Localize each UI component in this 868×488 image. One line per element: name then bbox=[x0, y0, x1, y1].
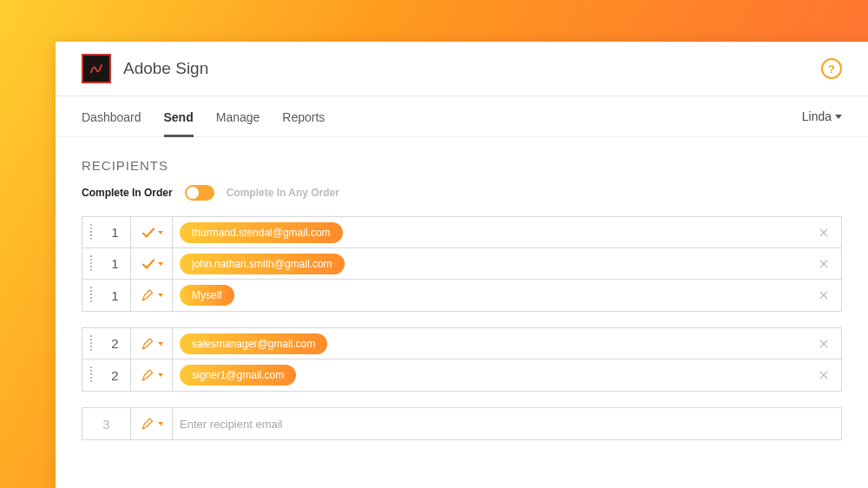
svg-point-21 bbox=[90, 370, 92, 372]
email-chip: signer1@gmail.com bbox=[180, 365, 296, 386]
role-selector[interactable] bbox=[131, 280, 173, 311]
recipient-row-new: 3 bbox=[82, 408, 841, 439]
chevron-down-icon bbox=[158, 293, 163, 297]
drag-handle-icon[interactable] bbox=[82, 248, 100, 279]
email-chip: john.nathan.smith@gmail.com bbox=[180, 254, 345, 274]
recipient-group: 2 salesmanager@gmail.com 2 signer1 bbox=[82, 327, 842, 392]
order-label-off: Complete In Any Order bbox=[227, 187, 339, 199]
chevron-down-icon bbox=[835, 115, 842, 119]
header: Adobe Sign ? bbox=[56, 42, 868, 96]
svg-point-22 bbox=[90, 373, 92, 375]
svg-point-13 bbox=[90, 297, 92, 299]
drag-handle-icon[interactable] bbox=[82, 280, 100, 311]
tab-send[interactable]: Send bbox=[164, 96, 209, 136]
pen-icon bbox=[141, 287, 156, 303]
role-selector[interactable] bbox=[131, 359, 173, 391]
order-row: Complete In Order Complete In Any Order bbox=[82, 185, 842, 201]
row-number: 3 bbox=[82, 408, 131, 439]
drag-handle-icon[interactable] bbox=[82, 217, 100, 247]
recipient-row: 1 john.nathan.smith@gmail.com bbox=[82, 248, 841, 280]
svg-point-0 bbox=[90, 224, 92, 226]
content: RECIPIENTS Complete In Order Complete In… bbox=[56, 137, 868, 440]
remove-button[interactable] bbox=[806, 217, 841, 247]
email-chip: thurmand.stendal@gmail.com bbox=[180, 222, 343, 243]
email-cell[interactable]: john.nathan.smith@gmail.com bbox=[173, 248, 806, 279]
order-toggle[interactable] bbox=[185, 185, 214, 201]
svg-point-11 bbox=[90, 290, 92, 292]
help-icon[interactable]: ? bbox=[821, 58, 842, 79]
recipient-row: 1 Myself bbox=[82, 280, 841, 311]
svg-point-20 bbox=[90, 366, 92, 368]
section-title: RECIPIENTS bbox=[82, 158, 842, 173]
svg-point-24 bbox=[90, 380, 92, 382]
recipient-group: 1 thurmand.stendal@gmail.com 1 joh bbox=[82, 216, 842, 312]
email-chip: salesmanager@gmail.com bbox=[180, 333, 327, 354]
svg-point-2 bbox=[90, 231, 92, 233]
recipient-email-input[interactable] bbox=[180, 408, 841, 439]
tab-reports[interactable]: Reports bbox=[282, 96, 340, 136]
recipient-group-new: 3 bbox=[82, 407, 842, 440]
row-number: 1 bbox=[100, 248, 131, 279]
remove-button[interactable] bbox=[806, 328, 841, 359]
svg-point-3 bbox=[90, 234, 92, 236]
role-selector[interactable] bbox=[131, 408, 173, 439]
recipient-groups: 1 thurmand.stendal@gmail.com 1 joh bbox=[82, 216, 842, 440]
app-card: Adobe Sign ? Dashboard Send Manage Repor… bbox=[56, 42, 868, 488]
svg-point-12 bbox=[90, 293, 92, 295]
chevron-down-icon bbox=[158, 262, 163, 266]
svg-point-15 bbox=[90, 335, 92, 337]
remove-button[interactable] bbox=[806, 359, 841, 391]
user-menu[interactable]: Linda bbox=[802, 109, 842, 123]
svg-point-9 bbox=[90, 269, 92, 271]
user-name: Linda bbox=[802, 109, 832, 123]
svg-point-16 bbox=[90, 339, 92, 340]
role-selector[interactable] bbox=[131, 328, 173, 359]
svg-point-17 bbox=[90, 342, 92, 344]
chevron-down-icon bbox=[158, 373, 163, 377]
row-number: 1 bbox=[100, 280, 131, 311]
order-label-on: Complete In Order bbox=[82, 187, 173, 199]
chevron-down-icon bbox=[158, 342, 163, 346]
svg-point-5 bbox=[90, 255, 92, 257]
check-icon bbox=[141, 256, 156, 272]
email-cell bbox=[173, 408, 841, 439]
tab-manage[interactable]: Manage bbox=[216, 96, 276, 136]
nav-tabs: Dashboard Send Manage Reports Linda bbox=[56, 96, 868, 137]
remove-button[interactable] bbox=[806, 248, 841, 279]
email-cell[interactable]: thurmand.stendal@gmail.com bbox=[173, 217, 806, 247]
recipient-row: 2 salesmanager@gmail.com bbox=[82, 328, 841, 359]
app-title: Adobe Sign bbox=[123, 59, 208, 78]
svg-point-6 bbox=[90, 259, 92, 260]
svg-point-4 bbox=[90, 238, 92, 240]
chevron-down-icon bbox=[158, 231, 163, 234]
svg-point-7 bbox=[90, 262, 92, 264]
email-chip: Myself bbox=[180, 285, 234, 306]
svg-point-14 bbox=[90, 300, 92, 302]
svg-point-18 bbox=[90, 346, 92, 347]
check-icon bbox=[141, 225, 156, 241]
app-logo bbox=[82, 54, 111, 83]
pen-icon bbox=[141, 336, 156, 352]
svg-point-10 bbox=[90, 287, 92, 288]
email-cell[interactable]: Myself bbox=[173, 280, 806, 311]
svg-point-1 bbox=[90, 228, 92, 229]
pen-icon bbox=[141, 367, 156, 383]
role-selector[interactable] bbox=[131, 217, 173, 247]
drag-handle-icon[interactable] bbox=[82, 359, 100, 391]
chevron-down-icon bbox=[158, 422, 163, 425]
email-cell[interactable]: signer1@gmail.com bbox=[173, 359, 806, 391]
email-cell[interactable]: salesmanager@gmail.com bbox=[173, 328, 806, 359]
remove-button[interactable] bbox=[806, 280, 841, 311]
drag-handle-icon[interactable] bbox=[82, 328, 100, 359]
svg-point-23 bbox=[90, 377, 92, 379]
role-selector[interactable] bbox=[131, 248, 173, 279]
row-number: 1 bbox=[100, 217, 131, 247]
recipient-row: 2 signer1@gmail.com bbox=[82, 359, 841, 391]
row-number: 2 bbox=[100, 359, 131, 391]
tab-dashboard[interactable]: Dashboard bbox=[82, 96, 157, 136]
svg-point-8 bbox=[90, 266, 92, 267]
pen-icon bbox=[141, 416, 156, 432]
row-number: 2 bbox=[100, 328, 131, 359]
svg-point-19 bbox=[90, 349, 92, 351]
recipient-row: 1 thurmand.stendal@gmail.com bbox=[82, 217, 841, 248]
